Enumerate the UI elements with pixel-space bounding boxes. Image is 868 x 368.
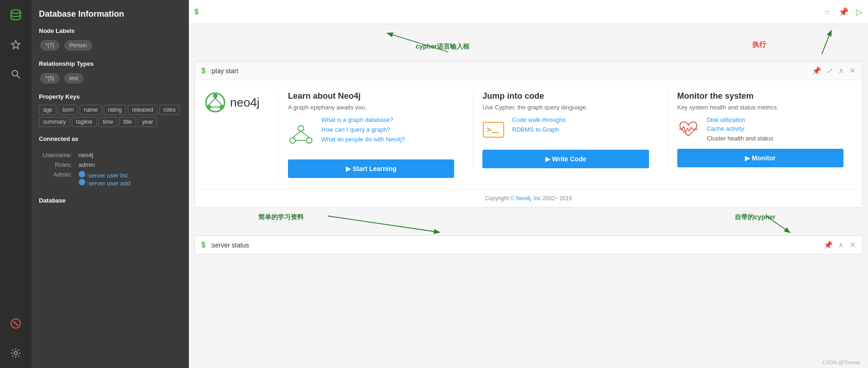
pin-toolbar-icon[interactable]: 📌 [838,7,849,17]
up-panel-icon[interactable]: ∧ [838,66,844,75]
prop-year[interactable]: year [138,117,157,127]
svg-point-18 [306,138,312,143]
learn-card-subtitle: A graph epiphany awaits you. [288,104,454,111]
neo4j-brand-text: neo4j [230,95,260,110]
cache-activity-link[interactable]: Cache activity [707,125,774,132]
learn-card-title: Learn about Neo4j [288,91,454,101]
username-value: neo4j [76,151,133,159]
status-bar: $ :server status 📌 ∧ ✕ [194,235,862,254]
cypher-input-annotation: cypher语言输入框 [416,43,469,51]
settings-icon[interactable] [6,344,25,362]
prop-name[interactable]: name [80,105,102,115]
play-command: :play start [210,67,238,75]
prop-roles[interactable]: roles [159,105,180,115]
code-card-subtitle: Use Cypher, the graph query language. [482,104,649,111]
command-bar-icons: ☆ 📌 ▷ [824,7,862,17]
server-user-add-link[interactable]: :server user add [87,180,131,187]
start-learning-button[interactable]: ▶ Start Learning [288,159,454,178]
people-neo4j-link[interactable]: What do people do with Neo4j? [321,136,405,143]
write-code-button[interactable]: ▶ Write Code [482,150,649,168]
search-icon[interactable] [6,65,25,83]
graph-database-icon [288,122,314,148]
command-bar: $ ☆ 📌 ▷ [189,0,868,24]
code-walkthroughs-link[interactable]: Code walk-throughs [512,116,566,123]
svg-point-2 [12,70,18,76]
learn-card: Learn about Neo4j A graph epiphany await… [278,91,463,178]
learn-links-list: What is a graph database? How can I quer… [321,116,405,146]
disk-utilization-link[interactable]: Disk utilization [707,116,774,123]
connected-info: Username: neo4j Roles: admin Admin: :ser… [39,150,181,189]
pin-status-icon[interactable]: 📌 [824,241,833,249]
svg-line-5 [13,321,18,326]
expand-panel-icon[interactable]: ⤢ [827,66,833,75]
monitor-button[interactable]: ▶ Monitor [677,149,843,167]
svg-point-11 [206,105,211,109]
execute-arrow-svg [785,24,840,57]
code-links-list: Code walk-throughs RDBMS to Graph [512,116,566,136]
prop-summary[interactable]: summary [39,117,70,127]
property-keys-title: Property Keys [39,93,181,100]
monitor-card-subtitle: Key system health and status metrics. [677,104,843,111]
username-label: Username: [40,151,75,159]
node-count-badge[interactable]: *(7) [40,40,59,51]
db-info-panel: Database Information Node Labels *(7) Pe… [31,0,189,368]
svg-point-10 [213,94,218,98]
code-card-icon-area: Code walk-throughs RDBMS to Graph [482,116,649,143]
neo4j-copyright-link[interactable]: Neo4j, Inc [516,195,541,202]
prop-time[interactable]: time [99,117,118,127]
rel-count-badge[interactable]: *(5) [40,73,59,83]
status-header-icons: 📌 ∧ ✕ [824,241,856,249]
builtin-cypher-annotation: 自带的cypher [735,213,775,222]
execute-annotation: 执行 [752,40,766,49]
rdbms-to-graph-link[interactable]: RDBMS to Graph [512,126,559,133]
query-graph-link[interactable]: How can I query a graph? [321,126,390,133]
svg-point-12 [219,105,224,109]
prop-title[interactable]: title [119,117,136,127]
rel-test-badge[interactable]: test [64,73,83,83]
dollar-sign: $ [194,8,199,16]
relationship-type-badges: *(5) test [39,72,181,85]
prop-born[interactable]: born [58,105,78,115]
cypher-input[interactable] [203,8,824,16]
pin-panel-icon[interactable]: 📌 [812,66,821,75]
prop-age[interactable]: age [39,105,56,115]
database-icon[interactable] [6,6,25,24]
server-user-list-link[interactable]: :server user list [87,172,128,179]
status-command: :server status [210,241,249,249]
svg-line-13 [209,98,215,105]
node-person-badge[interactable]: Person [64,40,92,51]
admin-label: Admin: [40,170,75,188]
copyright-text: Copyright © Neo4j, Inc 2002– 2019 [485,195,572,202]
monitor-card-title: Monitor the system [677,91,843,101]
svg-line-24 [328,216,439,232]
svg-rect-22 [483,122,504,137]
node-labels-badges: *(7) Person [39,39,181,52]
star-icon[interactable] [6,35,25,54]
star-toolbar-icon[interactable]: ☆ [824,7,831,17]
close-panel-icon[interactable]: ✕ [849,66,856,75]
prop-rating[interactable]: rating [104,105,126,115]
svg-point-17 [290,138,295,143]
prop-tagline[interactable]: tagline [72,117,96,127]
close-status-icon[interactable]: ✕ [849,241,856,249]
what-is-graph-link[interactable]: What is a graph database? [321,116,393,123]
simple-resources-annotation: 简单的学习资料 [258,213,304,222]
cluster-health-text: Cluster health and status [707,135,774,142]
property-keys-list: age born name rating released roles summ… [39,105,181,127]
play-header-icons: 📌 ⤢ ∧ ✕ [812,66,856,75]
up-status-icon[interactable]: ∧ [838,241,844,249]
health-monitor-icon [677,118,699,140]
monitor-links-list: Disk utilization Cache activity Cluster … [707,116,774,142]
disconnect-icon[interactable] [6,314,25,333]
svg-point-0 [11,10,20,13]
svg-line-14 [215,98,222,105]
prop-released[interactable]: released [128,105,157,115]
annotation-layer-2: 简单的学习资料 自带的cypher [189,211,868,235]
svg-line-3 [17,76,20,79]
svg-marker-1 [12,40,20,49]
monitor-card: Monitor the system Key system health and… [668,91,853,167]
svg-line-20 [301,131,309,138]
db-panel-title: Database Information [39,9,181,19]
run-toolbar-icon[interactable]: ▷ [856,7,862,17]
code-card: Jump into code Use Cypher, the graph que… [473,91,658,168]
